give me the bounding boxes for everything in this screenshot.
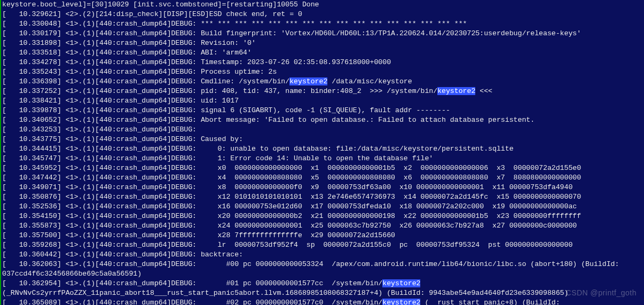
log-line: [ 10.329621] <2>.(2)[214:disp_check][DIS… [2, 10, 644, 19]
log-line: [ 10.350876] <1>.(1)[440:crash_dump64]DE… [2, 192, 644, 202]
log-line: [ 10.352536] <1>.(1)[440:crash_dump64]DE… [2, 202, 644, 212]
log-line: [ 10.344415] <1>.(1)[440:crash_dump64]DE… [2, 144, 644, 154]
log-line: [ 10.347442] <1>.(1)[440:crash_dump64]DE… [2, 173, 644, 183]
log-line: [ 10.365089] <1>.(1)[440:crash_dump64]DE… [2, 298, 644, 305]
log-line: [ 10.345952] <1>.(1)[440:crash_dump64]DE… [2, 163, 644, 173]
log-line: [ 10.340652] <1>.(1)[440:crash_dump64]DE… [2, 115, 644, 125]
highlight-match: keystore2 [382, 299, 420, 305]
highlight-match: keystore2 [437, 87, 475, 95]
log-line: [ 10.336398] <1>.(1)[440:crash_dump64]DE… [2, 77, 644, 87]
highlight-match: keystore2 [289, 77, 327, 85]
log-line: [ 10.333518] <1>.(1)[440:crash_dump64]DE… [2, 48, 644, 58]
log-line: [ 10.338421] <1>.(1)[440:crash_dump64]DE… [2, 96, 644, 106]
log-line: keystore.boot_level]=[30]10029 [init.svc… [2, 0, 644, 10]
log-line: [ 10.330179] <1>.(1)[440:crash_dump64]DE… [2, 29, 644, 38]
log-line: [ 10.334278] <1>.(1)[440:crash_dump64]DE… [2, 58, 644, 67]
log-line: [ 10.362954] <1>.(1)[440:crash_dump64]DE… [2, 279, 644, 288]
log-line: [ 10.345747] <1>.(1)[440:crash_dump64]DE… [2, 154, 644, 163]
log-line: [ 10.359268] <1>.(1)[440:crash_dump64]DE… [2, 240, 644, 250]
log-line: [ 10.355873] <1>.(1)[440:crash_dump64]DE… [2, 221, 644, 231]
log-line: [ 10.357500] <1>.(1)[440:crash_dump64]DE… [2, 231, 644, 240]
log-line: [ 10.360442] <1>.(1)[440:crash_dump64]DE… [2, 250, 644, 260]
log-line: [ 10.343775] <1>.(1)[440:crash_dump64]DE… [2, 135, 644, 144]
log-line: [ 10.339878] <1>.(1)[440:crash_dump64]DE… [2, 106, 644, 115]
log-line: [ 10.335243] <1>.(1)[440:crash_dump64]DE… [2, 67, 644, 77]
log-line: [ 10.362063] <1>.(1)[440:crash_dump64]DE… [2, 260, 644, 269]
log-line: 037ccd4f6c32456866be69c5a0a56591) [2, 269, 644, 279]
highlight-match: keystore2 [382, 279, 420, 287]
log-line: [ 10.331898] <1>.(1)[440:crash_dump64]DE… [2, 38, 644, 48]
log-line: [ 10.337252] <1>.(1)[440:crash_dump64]DE… [2, 87, 644, 96]
left-border [0, 0, 1, 305]
terminal-output[interactable]: keystore.boot_level]=[30]10029 [init.svc… [0, 0, 644, 305]
log-line: [ 10.343253] <1>.(1)[440:crash_dump64]DE… [2, 125, 644, 135]
log-line: (_RNvNvCs2yrrfPAoZZX_11panic_abort18___r… [2, 288, 644, 298]
log-line: [ 10.349071] <1>.(1)[440:crash_dump64]DE… [2, 183, 644, 192]
log-line: [ 10.354150] <1>.(1)[440:crash_dump64]DE… [2, 212, 644, 221]
log-line: [ 10.330048] <1>.(1)[440:crash_dump64]DE… [2, 19, 644, 29]
